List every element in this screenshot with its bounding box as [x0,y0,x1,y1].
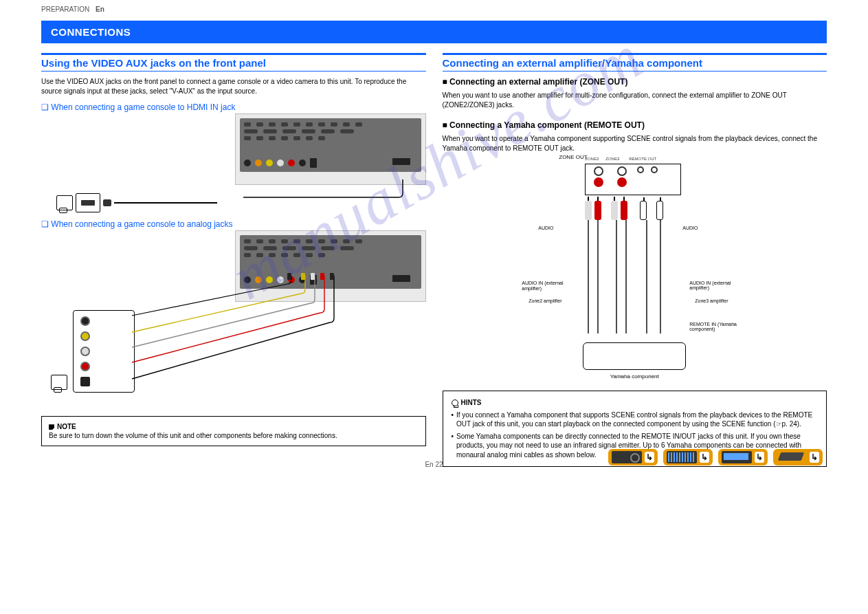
usb-port-icon [310,158,317,168]
nav-remote-button[interactable]: ↳ [773,449,823,465]
front-panel-icon [612,451,642,463]
breadcrumb-lang: En [96,6,104,13]
label-remote-out-hdr: REMOTE OUT [629,157,656,161]
remote-out-para: When you want to operate a Yamaha compon… [443,134,827,153]
page-title-banner: CONNECTIONS [41,21,827,43]
nav-display-button[interactable]: ↳ [718,449,768,465]
svg-rect-2 [311,273,315,280]
label-remote-in-yam: REMOTE IN (Yamaha component) [689,322,758,331]
label-amp-z2: Zone2 amplifier [528,298,561,303]
audio-right-jack-icon [80,362,90,371]
page-number: En 22 [425,461,443,468]
hints-heading: HINTS [461,398,482,408]
hdmi-plug-icon [76,193,100,212]
nav-keypad-button[interactable]: ↳ [663,449,713,465]
label-amp-z3: Zone3 amplifier [695,298,728,303]
arrow-icon: ↳ [700,452,709,463]
svg-rect-1 [301,273,305,280]
note-box: NOTE Be sure to turn down the volume of … [41,416,426,446]
zone-out-para: When you want to use another amplifier f… [443,91,827,109]
remote-icon [777,451,807,463]
svg-rect-3 [320,273,324,280]
footer-nav: ↳ ↳ ↳ ↳ [608,449,823,465]
subheading-analog: ❑ When connecting a game console to anal… [41,219,426,229]
zone-cables-svg [585,220,695,344]
lightbulb-icon [452,399,458,406]
rear-panel-jacks [585,164,681,195]
analog-cables-svg [129,276,308,413]
game-console-source [56,193,217,212]
label-yamaha-component: Yamaha component [610,373,659,380]
left-column: Using the VIDEO AUX jacks on the front p… [41,53,426,467]
nav-front-panel-button[interactable]: ↳ [608,449,658,465]
subheading-zone-out: ■ Connecting an external amplifier (ZONE… [443,77,827,87]
label-audio-in-amp-z3: AUDIO IN (external amplifier) [689,281,751,290]
section-intro-para: Use the VIDEO AUX jacks on the front pan… [41,77,426,96]
label-audio-in-amp-z2: AUDIO IN (external amplifier) [522,281,577,292]
note-body: Be sure to turn down the volume of this … [49,432,337,439]
hdmi-connector-icon [103,199,111,206]
svideo-jack-icon [80,316,90,326]
hints-bullet-1: If you connect a Yamaha component that s… [456,410,818,429]
diagram-analog-connection [41,230,426,409]
optical-jack-icon [80,377,90,386]
game-console-icon [56,195,73,210]
audio-left-jack-icon [80,347,90,356]
label-zone3-hdr: ZONE3 [605,157,619,161]
section-heading-video-aux: Using the VIDEO AUX jacks on the front p… [41,53,426,72]
hdmi-in-port-icon [392,158,410,165]
arrow-icon: ↳ [645,452,654,463]
note-heading: NOTE [57,423,76,430]
front-panel-jacks [244,158,317,168]
game-console-icon-2 [51,375,67,390]
keypad-icon [667,451,697,463]
rca-plug-row [585,201,663,220]
display-icon [722,451,752,463]
receiver-chassis [235,113,426,185]
composite-video-jack-icon [80,331,90,341]
right-column: Connecting an external amplifier/Yamaha … [443,53,827,467]
label-audio-left: AUDIO [538,226,553,231]
label-zone2-hdr: ZONE2 [585,157,599,161]
svg-rect-0 [287,273,291,280]
diagram-hdmi-connection [41,113,426,185]
breadcrumb-section: PREPARATION [41,6,89,13]
arrow-icon: ↳ [755,452,764,463]
yamaha-component-box [583,342,686,370]
subheading-remote-out: ■ Connecting a Yamaha component (REMOTE … [443,120,827,130]
subheading-hdmi: ❑ When connecting a game console to HDMI… [41,102,426,112]
game-console-analog-source [51,310,135,393]
section-heading-external-amp: Connecting an external amplifier/Yamaha … [443,53,827,72]
front-panel-face [240,118,421,172]
label-zone-out: ZONE OUT [559,154,587,160]
source-jack-panel [73,310,135,393]
svg-rect-4 [330,273,334,280]
label-audio-right: AUDIO [682,226,698,231]
hdmi-cable-svg [235,179,427,214]
arrow-icon: ↳ [810,452,819,463]
breadcrumb: PREPARATION En [41,6,104,13]
diagram-zone-out: ZONE OUT ZONE2 ZONE3 REMOTE OUT [511,164,758,370]
